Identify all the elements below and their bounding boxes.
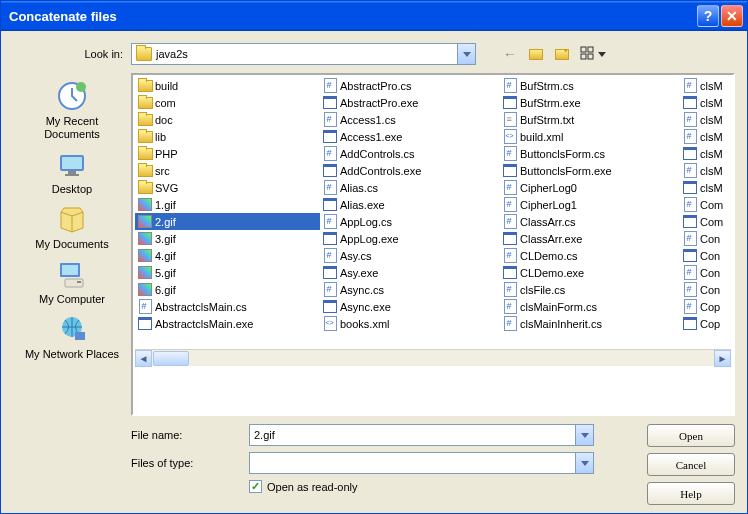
list-item[interactable]: Access1.exe (320, 128, 500, 145)
list-item[interactable]: lib (135, 128, 320, 145)
list-item[interactable]: AbstractPro.cs (320, 77, 500, 94)
place-network[interactable]: My Network Places (22, 312, 122, 361)
chevron-down-icon[interactable] (457, 44, 475, 64)
list-item[interactable]: src (135, 162, 320, 179)
list-item[interactable]: clsM (680, 128, 728, 145)
list-item[interactable]: clsM (680, 94, 728, 111)
file-list[interactable]: buildcomdoclibPHPsrcSVG1.gif2.gif3.gif4.… (131, 73, 735, 416)
list-item[interactable]: clsM (680, 179, 728, 196)
list-item[interactable]: clsFile.cs (500, 281, 680, 298)
chevron-down-icon[interactable] (575, 425, 593, 445)
list-item[interactable]: Cop (680, 298, 728, 315)
list-item[interactable]: BufStrm.cs (500, 77, 680, 94)
list-item[interactable]: Com (680, 196, 728, 213)
readonly-checkbox[interactable]: ✓ (249, 480, 262, 493)
list-item[interactable]: clsM (680, 145, 728, 162)
list-item[interactable]: build.xml (500, 128, 680, 145)
list-item[interactable]: clsMainInherit.cs (500, 315, 680, 332)
list-item[interactable]: ButtonclsForm.cs (500, 145, 680, 162)
cancel-button[interactable]: Cancel (647, 453, 735, 476)
list-item[interactable]: build (135, 77, 320, 94)
list-item[interactable]: AddControls.cs (320, 145, 500, 162)
list-item[interactable]: Alias.cs (320, 179, 500, 196)
place-label: My Network Places (25, 348, 119, 361)
chevron-down-icon[interactable] (575, 453, 593, 473)
list-item[interactable]: CLDemo.cs (500, 247, 680, 264)
scroll-left-button[interactable]: ◄ (135, 350, 152, 367)
list-item[interactable]: AppLog.exe (320, 230, 500, 247)
list-item[interactable]: PHP (135, 145, 320, 162)
list-item[interactable]: 3.gif (135, 230, 320, 247)
place-mydocs[interactable]: My Documents (22, 202, 122, 251)
list-item[interactable]: Con (680, 230, 728, 247)
back-button[interactable]: ← (500, 44, 520, 64)
open-button[interactable]: Open (647, 424, 735, 447)
titlebar-help-button[interactable]: ? (697, 5, 719, 27)
new-folder-button[interactable] (552, 44, 572, 64)
list-item[interactable]: 6.gif (135, 281, 320, 298)
list-item[interactable]: clsM (680, 162, 728, 179)
cs-icon (682, 231, 698, 247)
lookin-combo[interactable]: java2s (131, 43, 476, 65)
list-item[interactable]: Async.exe (320, 298, 500, 315)
list-item[interactable]: Con (680, 264, 728, 281)
list-item[interactable]: AppLog.cs (320, 213, 500, 230)
list-item[interactable]: doc (135, 111, 320, 128)
titlebar[interactable]: Concatenate files ? ✕ (1, 1, 747, 31)
list-item[interactable]: BufStrm.exe (500, 94, 680, 111)
list-item[interactable]: BufStrm.txt (500, 111, 680, 128)
scroll-right-button[interactable]: ► (714, 350, 731, 367)
list-item[interactable]: 5.gif (135, 264, 320, 281)
list-item[interactable]: clsM (680, 77, 728, 94)
exe-icon (322, 265, 338, 281)
list-item[interactable]: Access1.cs (320, 111, 500, 128)
list-item[interactable]: 1.gif (135, 196, 320, 213)
list-item[interactable]: 4.gif (135, 247, 320, 264)
item-label: build (155, 80, 178, 92)
scroll-thumb[interactable] (153, 351, 189, 366)
filename-combo[interactable]: 2.gif (249, 424, 594, 446)
item-label: clsMainInherit.cs (520, 318, 602, 330)
place-desktop[interactable]: Desktop (22, 147, 122, 196)
list-item[interactable]: Con (680, 281, 728, 298)
list-item[interactable]: Cop (680, 315, 728, 332)
list-item[interactable]: Con (680, 247, 728, 264)
list-item[interactable]: Asy.exe (320, 264, 500, 281)
titlebar-close-button[interactable]: ✕ (721, 5, 743, 27)
list-item[interactable]: ClassArr.exe (500, 230, 680, 247)
list-item[interactable]: SVG (135, 179, 320, 196)
up-one-level-button[interactable] (526, 44, 546, 64)
horizontal-scrollbar[interactable]: ◄ ► (135, 349, 731, 366)
list-item[interactable]: Async.cs (320, 281, 500, 298)
list-item[interactable]: AddControls.exe (320, 162, 500, 179)
list-item[interactable]: clsM (680, 111, 728, 128)
folder-icon (137, 146, 153, 162)
list-item[interactable]: Alias.exe (320, 196, 500, 213)
place-recent[interactable]: My Recent Documents (22, 79, 122, 141)
list-item[interactable]: AbstractPro.exe (320, 94, 500, 111)
list-item[interactable]: AbstractclsMain.exe (135, 315, 320, 332)
svg-rect-8 (68, 171, 76, 174)
item-label: AbstractPro.exe (340, 97, 418, 109)
list-item[interactable]: Com (680, 213, 728, 230)
list-item[interactable]: CLDemo.exe (500, 264, 680, 281)
exe-icon (682, 95, 698, 111)
list-item[interactable]: AbstractclsMain.cs (135, 298, 320, 315)
list-item[interactable]: ClassArr.cs (500, 213, 680, 230)
list-item[interactable]: com (135, 94, 320, 111)
item-label: ButtonclsForm.exe (520, 165, 612, 177)
filetype-combo[interactable] (249, 452, 594, 474)
list-item[interactable]: Asy.cs (320, 247, 500, 264)
list-item[interactable]: 2.gif (135, 213, 320, 230)
list-item[interactable]: CipherLog0 (500, 179, 680, 196)
help-button[interactable]: Help (647, 482, 735, 505)
folder-icon (137, 78, 153, 94)
filename-label: File name: (131, 429, 249, 441)
list-item[interactable]: clsMainForm.cs (500, 298, 680, 315)
place-mycomputer[interactable]: My Computer (22, 257, 122, 306)
list-item[interactable]: books.xml (320, 315, 500, 332)
list-item[interactable]: ButtonclsForm.exe (500, 162, 680, 179)
item-label: CipherLog0 (520, 182, 577, 194)
views-button[interactable] (578, 44, 606, 64)
list-item[interactable]: CipherLog1 (500, 196, 680, 213)
